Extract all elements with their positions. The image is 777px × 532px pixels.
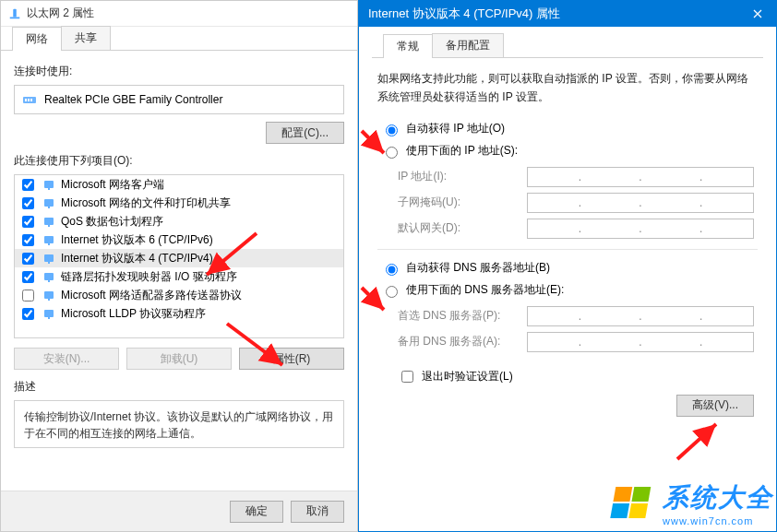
radio-ip-manual-label: 使用下面的 IP 地址(S): [406,143,518,159]
svg-rect-7 [48,188,50,190]
list-item[interactable]: 链路层拓扑发现映射器 I/O 驱动程序 [15,267,344,286]
item-checkbox[interactable] [22,179,34,191]
svg-rect-25 [628,503,648,518]
description-text: 传输控制协议/Internet 协议。该协议是默认的广域网络协议，用于在不同的相… [14,400,344,448]
radio-ip-auto[interactable]: 自动获得 IP 地址(O) [381,120,754,138]
gateway-input: ... [527,219,754,239]
list-item[interactable]: Internet 协议版本 4 (TCP/IPv4) [15,249,344,267]
validate-checkbox[interactable] [401,371,413,383]
radio-dns-auto-label: 自动获得 DNS 服务器地址(B) [406,260,550,276]
item-label: Microsoft 网络的文件和打印机共享 [61,195,231,211]
radio-ip-manual-input[interactable] [386,147,398,159]
svg-rect-8 [44,199,54,207]
configure-button[interactable]: 配置(C)... [266,122,344,144]
svg-rect-15 [48,262,50,264]
dialog-buttons: 确定 取消 [1,491,357,531]
adapter-name: Realtek PCIe GBE Family Controller [44,93,222,106]
help-text: 如果网络支持此功能，则可以获取自动指派的 IP 设置。否则，你需要从网络系统管理… [377,69,758,107]
adapter-icon [22,92,37,107]
item-label: Internet 协议版本 4 (TCP/IPv4) [61,251,213,266]
properties-button[interactable]: 属性(R) [239,348,344,370]
tab-sharing[interactable]: 共享 [61,26,111,51]
item-label: Microsoft 网络客户端 [61,177,164,193]
ok-button[interactable]: 确定 [230,501,283,523]
subnet-mask-input: ... [527,193,754,213]
svg-rect-10 [44,218,54,225]
protocol-icon [42,252,55,265]
radio-dns-auto-input[interactable] [386,264,398,276]
install-button[interactable]: 安装(N)... [14,348,119,370]
items-label: 此连接使用下列项目(O): [14,153,344,169]
svg-rect-0 [13,8,17,17]
svg-rect-16 [44,273,54,280]
alternate-dns-input: ... [527,332,754,352]
svg-rect-3 [25,99,27,101]
preferred-dns-input: ... [527,306,754,326]
item-checkbox[interactable] [22,197,34,209]
radio-ip-manual[interactable]: 使用下面的 IP 地址(S): [381,142,754,160]
item-checkbox[interactable] [22,216,34,228]
watermark-sub: www.win7cn.com [663,515,773,526]
svg-rect-24 [610,503,629,518]
svg-rect-17 [48,280,50,282]
window-title: 以太网 2 属性 [27,6,94,21]
list-item[interactable]: Microsoft 网络的文件和打印机共享 [15,194,344,212]
item-checkbox[interactable] [22,234,34,246]
item-checkbox[interactable] [22,308,34,320]
subnet-mask-label: 子网掩码(U): [398,195,527,210]
ethernet-properties-window: 以太网 2 属性 网络 共享 连接时使用: Realtek PCIe GBE F… [0,0,358,532]
list-item[interactable]: QoS 数据包计划程序 [15,212,344,231]
tab-general[interactable]: 常规 [383,34,433,58]
radio-dns-auto[interactable]: 自动获得 DNS 服务器地址(B) [381,259,754,278]
gateway-label: 默认网关(D): [398,220,527,236]
list-item[interactable]: Microsoft 网络客户端 [15,175,344,194]
tab-body: 连接时使用: Realtek PCIe GBE Family Controlle… [1,51,357,457]
description-label: 描述 [14,379,344,395]
tcpip-properties-window: Internet 协议版本 4 (TCP/IPv4) 属性 常规 备用配置 如果… [358,0,777,532]
list-item[interactable]: Microsoft 网络适配器多路传送器协议 [15,286,344,304]
svg-rect-6 [44,181,54,188]
protocol-icon [42,289,55,301]
connect-using-label: 连接时使用: [14,64,344,79]
radio-dns-manual[interactable]: 使用下面的 DNS 服务器地址(E): [381,281,754,300]
adapter-box: Realtek PCIe GBE Family Controller [14,85,344,114]
svg-rect-4 [28,99,30,101]
item-checkbox[interactable] [22,271,34,283]
item-checkbox[interactable] [22,253,34,265]
svg-rect-9 [48,207,50,208]
item-label: Internet 协议版本 6 (TCP/IPv6) [61,232,213,248]
titlebar: 以太网 2 属性 [1,1,357,27]
protocol-icon [42,215,55,228]
list-item[interactable]: Microsoft LLDP 协议驱动程序 [15,304,344,323]
svg-rect-12 [44,236,54,243]
radio-dns-manual-input[interactable] [386,286,398,298]
protocol-icon [42,178,55,191]
protocol-icon [42,307,55,320]
items-listbox[interactable]: Microsoft 网络客户端Microsoft 网络的文件和打印机共享QoS … [14,174,344,338]
item-label: 链路层拓扑发现映射器 I/O 驱动程序 [61,269,237,285]
window-title: Internet 协议版本 4 (TCP/IPv4) 属性 [368,6,560,22]
svg-rect-13 [48,243,50,245]
close-button[interactable] [739,1,776,27]
network-icon [8,7,21,20]
advanced-button[interactable]: 高级(V)... [676,395,754,417]
ip-address-input: ... [527,167,754,187]
svg-rect-11 [48,225,50,227]
protocol-icon [42,233,55,246]
svg-rect-18 [44,291,54,299]
titlebar: Internet 协议版本 4 (TCP/IPv4) 属性 [359,1,776,27]
radio-ip-auto-input[interactable] [386,124,398,136]
tabstrip: 网络 共享 [1,27,357,51]
svg-rect-21 [48,317,50,319]
tab-alternate[interactable]: 备用配置 [432,33,504,58]
tab-network[interactable]: 网络 [12,27,62,51]
uninstall-button[interactable]: 卸载(U) [126,348,232,370]
protocol-icon [42,196,55,209]
preferred-dns-label: 首选 DNS 服务器(P): [398,308,527,324]
list-item[interactable]: Internet 协议版本 6 (TCP/IPv6) [15,231,344,249]
windows-logo-icon [609,483,657,524]
item-checkbox[interactable] [22,290,34,301]
svg-rect-19 [48,299,50,301]
cancel-button[interactable]: 取消 [291,501,344,523]
watermark-text: 系统大全 [663,483,773,512]
